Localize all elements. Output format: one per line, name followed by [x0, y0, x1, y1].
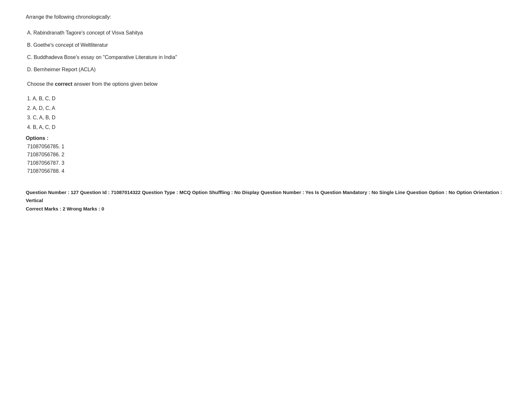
- option-id-1: 71087056785. 1: [26, 142, 506, 151]
- question-container: Arrange the following chronologically: A…: [26, 13, 506, 213]
- metadata-line1: Question Number : 127 Question Id : 7108…: [26, 188, 506, 205]
- choose-prefix: Choose the: [27, 81, 55, 87]
- choose-bold: correct: [55, 81, 72, 87]
- answer-options: 1. A, B, C, D 2. A, D, C, A 3. C, A, B, …: [26, 94, 506, 131]
- answer-1: 1. A, B, C, D: [26, 94, 506, 103]
- question-instruction: Arrange the following chronologically:: [26, 13, 506, 21]
- choose-suffix: answer from the options given below: [73, 81, 158, 87]
- option-id-4: 71087056788. 4: [26, 167, 506, 175]
- item-c: C. Buddhadeva Bose's essay on "Comparati…: [26, 54, 506, 61]
- item-a: A. Rabindranath Tagore's concept of Visv…: [26, 29, 506, 37]
- question-items: A. Rabindranath Tagore's concept of Visv…: [26, 29, 506, 73]
- options-label: Options :: [26, 135, 506, 141]
- answer-4: 4. B, A, C, D: [26, 123, 506, 132]
- metadata-line2: Correct Marks : 2 Wrong Marks : 0: [26, 205, 506, 213]
- option-id-3: 71087056787. 3: [26, 159, 506, 167]
- item-b: B. Goethe's concept of Weltliteratur: [26, 41, 506, 49]
- item-d: D. Bernheimer Report (ACLA): [26, 66, 506, 73]
- answer-3: 3. C, A, B, D: [26, 113, 506, 122]
- option-ids: 71087056785. 1 71087056786. 2 7108705678…: [26, 142, 506, 175]
- answer-2: 2. A, D, C, A: [26, 104, 506, 113]
- option-id-2: 71087056786. 2: [26, 151, 506, 159]
- metadata: Question Number : 127 Question Id : 7108…: [26, 188, 506, 213]
- choose-text: Choose the correct answer from the optio…: [27, 80, 506, 88]
